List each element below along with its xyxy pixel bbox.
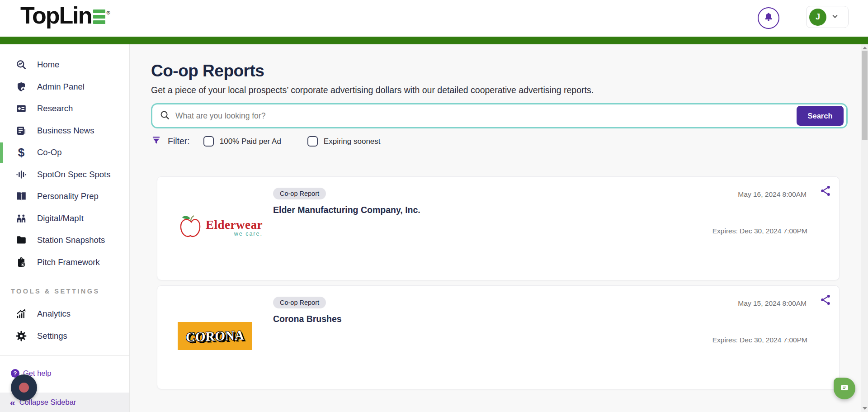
report-type-badge: Co-op Report [273,297,326,308]
top-header: TopLin ® J [0,0,868,37]
sidebar-item-label: Settings [37,331,67,341]
sidebar-item-analytics[interactable]: Analytics [0,303,129,325]
sidebar-item-label: Personality Prep [37,191,99,201]
sidebar-item-label: Research [37,104,73,114]
sidebar-item-admin-panel[interactable]: Admin Panel [0,76,129,98]
people-icon [15,213,27,224]
sidebar-item-label: Business News [37,126,94,136]
filter-option-expiring-soonest: Expiring soonest [307,136,381,147]
sidebar-tools-nav: Analytics Settings [0,303,129,347]
report-card-list: Co-op Report Elder Manufacturing Company… [157,176,840,389]
sidebar-item-station-snapshots[interactable]: Station Snapshots [0,229,129,251]
sidebar-item-label: SpotOn Spec Spots [37,170,111,180]
sidebar-item-label: Home [37,60,59,70]
elderwear-name: Elderwear [206,218,263,232]
filter-option-paid-per-ad: 100% Paid per Ad [203,136,281,147]
scroll-up-arrow-icon[interactable] [863,47,867,49]
sidebar-item-pitch-framework[interactable]: Pitch Framework [0,251,129,274]
news-icon [15,125,27,137]
page-title: Co-op Reports [151,62,848,81]
clipboard-clock-icon [15,256,27,268]
sidebar-item-digital-mapit[interactable]: Digital/MapIt [0,208,129,230]
research-board-icon [15,103,27,114]
sidebar-item-label: Pitch Framework [37,257,100,267]
search-button[interactable]: Search [797,106,844,126]
logo-bars-icon [93,9,105,24]
sidebar: Home Admin Panel Research Business News [0,44,130,412]
app-window: TopLin ® J Home [0,0,868,412]
waveform-icon [15,169,27,180]
corona-logo: CORONA [178,322,252,350]
topline-logo[interactable]: TopLin ® [20,4,110,27]
elderwear-logo: Elderwear we care. [178,213,263,242]
tools-settings-header: TOOLS & SETTINGS [11,288,129,295]
report-expires: Expires: Dec 30, 2024 7:00PM [712,336,807,344]
admin-shield-icon [15,81,27,93]
sidebar-item-label: Co-Op [37,147,62,157]
filter-funnel-icon [151,135,161,147]
report-title: Corona Brushes [273,314,342,324]
dollar-icon: $ [15,147,27,158]
double-chevron-left-icon: « [10,398,15,407]
chevron-down-icon [831,12,839,22]
share-button[interactable] [819,294,832,306]
search-icon [160,110,170,122]
report-date: May 15, 2024 8:00AM [738,299,807,308]
report-date: May 16, 2024 8:00AM [738,190,807,199]
chat-bubble-icon [839,382,850,395]
report-card-corona-brushes[interactable]: Co-op Report Corona Brushes May 15, 2024… [157,285,840,389]
logo-text: TopLin [20,4,91,27]
expiring-soonest-checkbox[interactable] [307,136,318,147]
account-menu-button[interactable]: J [806,6,849,28]
record-dot-icon [19,383,29,393]
bell-icon [763,11,774,25]
sidebar-item-personality-prep[interactable]: Personality Prep [0,185,129,208]
sidebar-item-label: Analytics [37,309,71,319]
sidebar-item-label: Digital/MapIt [37,213,84,223]
sidebar-item-business-news[interactable]: Business News [0,120,129,142]
sidebar-item-co-op[interactable]: $ Co-Op [0,142,129,164]
elderwear-logo-text: Elderwear we care. [206,218,263,237]
screen-record-button[interactable] [11,374,37,401]
sidebar-item-research[interactable]: Research [0,98,129,120]
page-subtitle: Get a piece of your local prospects’ cor… [151,85,848,95]
search-bar: Search [151,103,848,128]
sidebar-item-label: Station Snapshots [37,235,105,245]
sidebar-item-label: Admin Panel [37,82,85,92]
sidebar-item-settings[interactable]: Settings [0,325,129,347]
scrollbar-thumb[interactable] [862,51,868,140]
scroll-down-arrow-icon[interactable] [863,407,867,410]
header-accent-bar [0,37,868,44]
share-button[interactable] [819,185,832,197]
filter-label: Filter: [168,136,190,147]
filter-option-label: 100% Paid per Ad [220,137,281,146]
analytics-icon [15,308,27,320]
sidebar-item-home[interactable]: Home [0,54,129,76]
filter-row: Filter: 100% Paid per Ad Expiring soones… [151,135,848,147]
report-title: Elder Manufacturing Company, Inc. [273,205,420,215]
report-card-elder-manufacturing[interactable]: Co-op Report Elder Manufacturing Company… [157,176,840,280]
sidebar-divider [0,355,129,356]
avatar: J [809,9,826,26]
report-type-badge: Co-op Report [273,188,326,199]
search-input[interactable] [170,111,797,121]
vertical-scrollbar[interactable] [861,44,868,412]
book-icon [15,190,27,202]
sidebar-item-spoton-spec-spots[interactable]: SpotOn Spec Spots [0,164,129,186]
sidebar-nav: Home Admin Panel Research Business News [0,54,129,273]
chat-launcher-button[interactable] [834,378,855,399]
corona-name: CORONA [186,327,244,345]
gear-icon [15,330,27,342]
main-content: Co-op Reports Get a piece of your local … [130,44,861,412]
query-stats-icon [15,59,27,71]
filter-option-label: Expiring soonest [324,137,381,146]
folder-icon [15,234,27,246]
notifications-button[interactable] [758,7,779,29]
registered-mark: ® [106,10,110,15]
paid-per-ad-checkbox[interactable] [203,136,214,147]
report-expires: Expires: Dec 30, 2024 7:00PM [712,227,807,235]
